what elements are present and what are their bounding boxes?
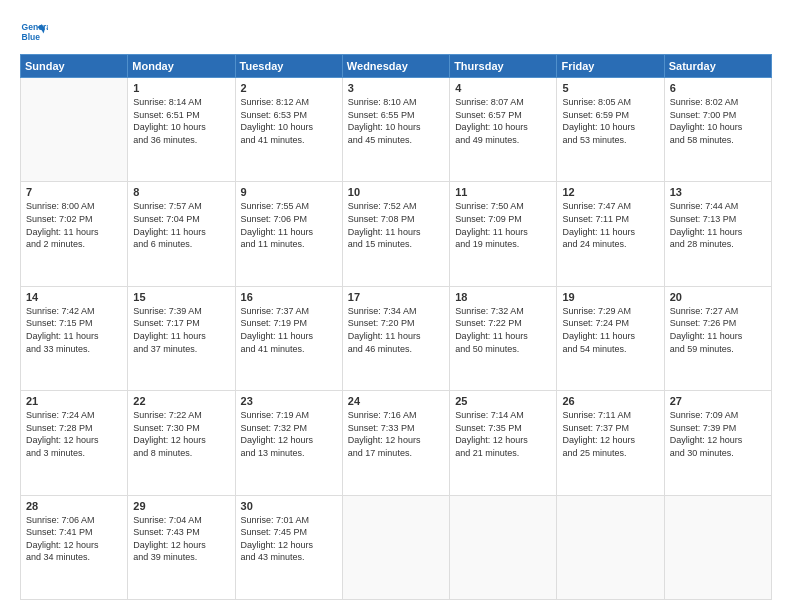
day-number: 14 (26, 291, 122, 303)
day-number: 11 (455, 186, 551, 198)
day-cell: 22Sunrise: 7:22 AM Sunset: 7:30 PM Dayli… (128, 391, 235, 495)
col-header-tuesday: Tuesday (235, 55, 342, 78)
day-cell: 11Sunrise: 7:50 AM Sunset: 7:09 PM Dayli… (450, 182, 557, 286)
day-cell (21, 78, 128, 182)
day-number: 19 (562, 291, 658, 303)
day-cell: 2Sunrise: 8:12 AM Sunset: 6:53 PM Daylig… (235, 78, 342, 182)
day-info: Sunrise: 7:09 AM Sunset: 7:39 PM Dayligh… (670, 409, 766, 459)
day-info: Sunrise: 7:42 AM Sunset: 7:15 PM Dayligh… (26, 305, 122, 355)
logo: General Blue (20, 18, 48, 46)
day-info: Sunrise: 7:16 AM Sunset: 7:33 PM Dayligh… (348, 409, 444, 459)
day-cell (342, 495, 449, 599)
day-cell: 26Sunrise: 7:11 AM Sunset: 7:37 PM Dayli… (557, 391, 664, 495)
day-number: 3 (348, 82, 444, 94)
day-info: Sunrise: 7:34 AM Sunset: 7:20 PM Dayligh… (348, 305, 444, 355)
day-number: 17 (348, 291, 444, 303)
day-number: 22 (133, 395, 229, 407)
day-number: 8 (133, 186, 229, 198)
day-number: 15 (133, 291, 229, 303)
col-header-friday: Friday (557, 55, 664, 78)
day-number: 21 (26, 395, 122, 407)
calendar-header-row: SundayMondayTuesdayWednesdayThursdayFrid… (21, 55, 772, 78)
day-cell: 15Sunrise: 7:39 AM Sunset: 7:17 PM Dayli… (128, 286, 235, 390)
svg-text:Blue: Blue (22, 32, 41, 42)
day-cell: 6Sunrise: 8:02 AM Sunset: 7:00 PM Daylig… (664, 78, 771, 182)
day-cell: 27Sunrise: 7:09 AM Sunset: 7:39 PM Dayli… (664, 391, 771, 495)
day-info: Sunrise: 7:44 AM Sunset: 7:13 PM Dayligh… (670, 200, 766, 250)
day-info: Sunrise: 8:14 AM Sunset: 6:51 PM Dayligh… (133, 96, 229, 146)
day-cell: 9Sunrise: 7:55 AM Sunset: 7:06 PM Daylig… (235, 182, 342, 286)
logo-icon: General Blue (20, 18, 48, 46)
day-number: 27 (670, 395, 766, 407)
day-info: Sunrise: 7:24 AM Sunset: 7:28 PM Dayligh… (26, 409, 122, 459)
day-info: Sunrise: 7:01 AM Sunset: 7:45 PM Dayligh… (241, 514, 337, 564)
week-row-4: 21Sunrise: 7:24 AM Sunset: 7:28 PM Dayli… (21, 391, 772, 495)
day-info: Sunrise: 8:00 AM Sunset: 7:02 PM Dayligh… (26, 200, 122, 250)
day-cell: 17Sunrise: 7:34 AM Sunset: 7:20 PM Dayli… (342, 286, 449, 390)
page-header: General Blue (20, 18, 772, 46)
day-number: 30 (241, 500, 337, 512)
day-cell: 1Sunrise: 8:14 AM Sunset: 6:51 PM Daylig… (128, 78, 235, 182)
day-number: 13 (670, 186, 766, 198)
day-number: 4 (455, 82, 551, 94)
col-header-saturday: Saturday (664, 55, 771, 78)
day-cell (664, 495, 771, 599)
day-info: Sunrise: 7:22 AM Sunset: 7:30 PM Dayligh… (133, 409, 229, 459)
day-cell: 30Sunrise: 7:01 AM Sunset: 7:45 PM Dayli… (235, 495, 342, 599)
day-number: 28 (26, 500, 122, 512)
day-info: Sunrise: 8:05 AM Sunset: 6:59 PM Dayligh… (562, 96, 658, 146)
day-number: 25 (455, 395, 551, 407)
day-info: Sunrise: 7:04 AM Sunset: 7:43 PM Dayligh… (133, 514, 229, 564)
day-cell (450, 495, 557, 599)
day-cell: 5Sunrise: 8:05 AM Sunset: 6:59 PM Daylig… (557, 78, 664, 182)
day-info: Sunrise: 7:06 AM Sunset: 7:41 PM Dayligh… (26, 514, 122, 564)
day-cell: 28Sunrise: 7:06 AM Sunset: 7:41 PM Dayli… (21, 495, 128, 599)
day-number: 20 (670, 291, 766, 303)
day-cell: 8Sunrise: 7:57 AM Sunset: 7:04 PM Daylig… (128, 182, 235, 286)
day-cell: 29Sunrise: 7:04 AM Sunset: 7:43 PM Dayli… (128, 495, 235, 599)
day-number: 18 (455, 291, 551, 303)
calendar: SundayMondayTuesdayWednesdayThursdayFrid… (20, 54, 772, 600)
day-number: 5 (562, 82, 658, 94)
day-info: Sunrise: 7:37 AM Sunset: 7:19 PM Dayligh… (241, 305, 337, 355)
day-cell: 13Sunrise: 7:44 AM Sunset: 7:13 PM Dayli… (664, 182, 771, 286)
day-info: Sunrise: 8:12 AM Sunset: 6:53 PM Dayligh… (241, 96, 337, 146)
week-row-2: 7Sunrise: 8:00 AM Sunset: 7:02 PM Daylig… (21, 182, 772, 286)
day-cell: 24Sunrise: 7:16 AM Sunset: 7:33 PM Dayli… (342, 391, 449, 495)
week-row-1: 1Sunrise: 8:14 AM Sunset: 6:51 PM Daylig… (21, 78, 772, 182)
day-info: Sunrise: 7:11 AM Sunset: 7:37 PM Dayligh… (562, 409, 658, 459)
day-number: 10 (348, 186, 444, 198)
week-row-5: 28Sunrise: 7:06 AM Sunset: 7:41 PM Dayli… (21, 495, 772, 599)
day-cell: 23Sunrise: 7:19 AM Sunset: 7:32 PM Dayli… (235, 391, 342, 495)
col-header-wednesday: Wednesday (342, 55, 449, 78)
day-info: Sunrise: 7:19 AM Sunset: 7:32 PM Dayligh… (241, 409, 337, 459)
day-info: Sunrise: 7:29 AM Sunset: 7:24 PM Dayligh… (562, 305, 658, 355)
day-number: 29 (133, 500, 229, 512)
day-cell: 21Sunrise: 7:24 AM Sunset: 7:28 PM Dayli… (21, 391, 128, 495)
day-number: 2 (241, 82, 337, 94)
day-cell (557, 495, 664, 599)
day-cell: 10Sunrise: 7:52 AM Sunset: 7:08 PM Dayli… (342, 182, 449, 286)
day-cell: 16Sunrise: 7:37 AM Sunset: 7:19 PM Dayli… (235, 286, 342, 390)
col-header-sunday: Sunday (21, 55, 128, 78)
day-info: Sunrise: 7:39 AM Sunset: 7:17 PM Dayligh… (133, 305, 229, 355)
week-row-3: 14Sunrise: 7:42 AM Sunset: 7:15 PM Dayli… (21, 286, 772, 390)
col-header-monday: Monday (128, 55, 235, 78)
day-cell: 7Sunrise: 8:00 AM Sunset: 7:02 PM Daylig… (21, 182, 128, 286)
day-number: 6 (670, 82, 766, 94)
day-cell: 19Sunrise: 7:29 AM Sunset: 7:24 PM Dayli… (557, 286, 664, 390)
day-info: Sunrise: 7:27 AM Sunset: 7:26 PM Dayligh… (670, 305, 766, 355)
day-info: Sunrise: 7:57 AM Sunset: 7:04 PM Dayligh… (133, 200, 229, 250)
day-cell: 18Sunrise: 7:32 AM Sunset: 7:22 PM Dayli… (450, 286, 557, 390)
day-number: 7 (26, 186, 122, 198)
day-info: Sunrise: 7:50 AM Sunset: 7:09 PM Dayligh… (455, 200, 551, 250)
day-info: Sunrise: 7:14 AM Sunset: 7:35 PM Dayligh… (455, 409, 551, 459)
day-cell: 14Sunrise: 7:42 AM Sunset: 7:15 PM Dayli… (21, 286, 128, 390)
day-info: Sunrise: 7:55 AM Sunset: 7:06 PM Dayligh… (241, 200, 337, 250)
day-cell: 25Sunrise: 7:14 AM Sunset: 7:35 PM Dayli… (450, 391, 557, 495)
day-info: Sunrise: 7:47 AM Sunset: 7:11 PM Dayligh… (562, 200, 658, 250)
day-info: Sunrise: 7:52 AM Sunset: 7:08 PM Dayligh… (348, 200, 444, 250)
day-number: 16 (241, 291, 337, 303)
day-info: Sunrise: 8:10 AM Sunset: 6:55 PM Dayligh… (348, 96, 444, 146)
day-cell: 20Sunrise: 7:27 AM Sunset: 7:26 PM Dayli… (664, 286, 771, 390)
